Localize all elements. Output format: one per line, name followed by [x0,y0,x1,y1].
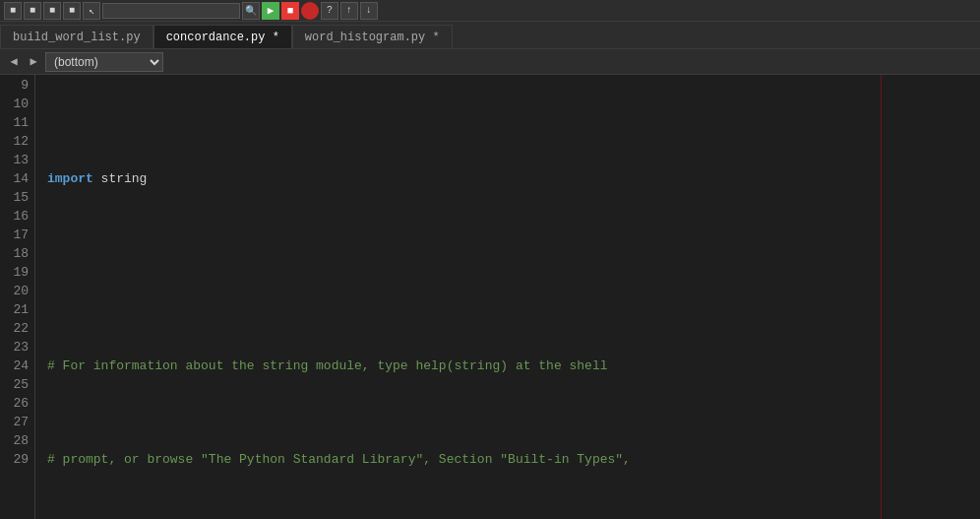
line-num-23: 23 [0,338,29,357]
line-num-20: 20 [0,282,29,300]
line-num-15: 15 [0,188,29,207]
line-numbers: 9 10 11 12 13 14 15 16 17 18 19 20 21 22… [0,75,35,519]
toolbar-btn-2[interactable]: ■ [24,2,41,20]
toolbar-btn-4[interactable]: ■ [63,2,81,20]
line-num-22: 22 [0,319,29,338]
line-num-10: 10 [0,95,29,113]
line-num-17: 17 [0,226,29,244]
tab-build-word-list[interactable]: build_word_list.py [0,25,153,48]
tabs-bar: build_word_list.py concordance.py * word… [0,22,980,49]
toolbar-btn-7[interactable]: ↑ [340,2,358,20]
search-button[interactable]: 🔍 [242,2,260,20]
debug-button[interactable] [301,2,319,20]
line-num-29: 29 [0,450,29,469]
nav-bar: ◀ ▶ (bottom) [0,49,980,75]
line-num-19: 19 [0,263,29,282]
line-num-25: 25 [0,375,29,394]
toolbar-btn-5[interactable]: ↖ [83,2,100,20]
toolbar-btn-3[interactable]: ■ [43,2,61,20]
toolbar-btn-6[interactable]: ? [321,2,338,20]
run-button[interactable]: ▶ [262,2,279,20]
toolbar: ■ ■ ■ ■ ↖ 🔍 ▶ ■ ? ↑ ↓ [0,0,980,22]
tab-concordance[interactable]: concordance.py * [153,25,292,48]
line-num-12: 12 [0,132,29,151]
line-num-11: 11 [0,113,29,132]
line-num-14: 14 [0,169,29,188]
line-num-21: 21 [0,300,29,319]
tab-word-histogram[interactable]: word_histogram.py * [292,25,453,48]
code-content[interactable]: import string # For information about th… [35,75,980,519]
code-line-10 [47,263,980,282]
toolbar-btn-1[interactable]: ■ [4,2,22,20]
editor-container: ◀ ▶ (bottom) 9 10 11 12 13 14 15 16 17 1… [0,49,980,519]
toolbar-btn-8[interactable]: ↓ [360,2,378,20]
line-num-26: 26 [0,394,29,413]
stop-button[interactable]: ■ [281,2,299,20]
line-num-28: 28 [0,431,29,450]
search-input[interactable] [102,3,240,19]
nav-dropdown[interactable]: (bottom) [45,52,163,72]
line-num-18: 18 [0,244,29,263]
code-line-9: import string [47,169,980,188]
code-line-12: # prompt, or browse "The Python Standard… [47,450,980,469]
line-num-13: 13 [0,151,29,169]
line-num-16: 16 [0,207,29,226]
nav-prev-button[interactable]: ◀ [6,54,22,70]
code-area: 9 10 11 12 13 14 15 16 17 18 19 20 21 22… [0,75,980,519]
line-num-27: 27 [0,413,29,431]
code-line-11: # For information about the string modul… [47,357,980,375]
line-num-24: 24 [0,357,29,375]
line-num-9: 9 [0,76,29,95]
nav-next-button[interactable]: ▶ [26,54,41,70]
